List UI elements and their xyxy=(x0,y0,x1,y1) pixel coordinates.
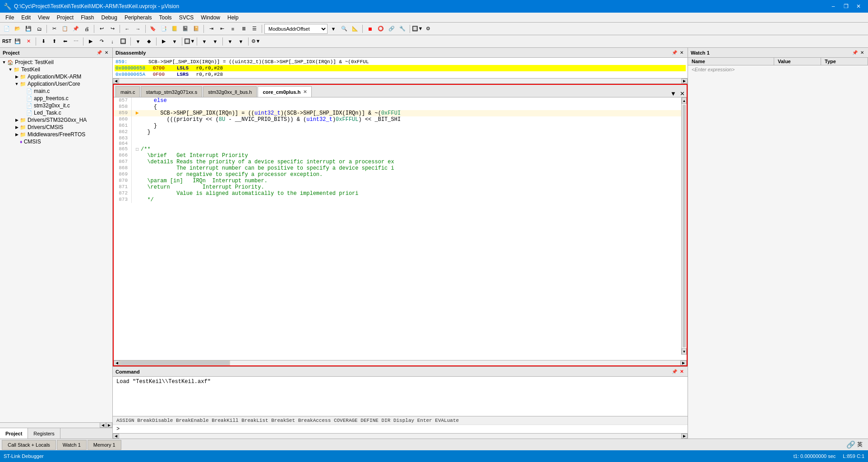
tb2-b9[interactable]: ◆ xyxy=(144,37,154,46)
tree-main-c[interactable]: 📄 main.c xyxy=(1,88,111,95)
tab-core[interactable]: core_cm0plus.h ✕ xyxy=(258,86,312,97)
tb-dd-btn1[interactable]: ▼ xyxy=(328,24,338,34)
dis-pin[interactable]: 📌 xyxy=(671,50,678,56)
tree-app-freertos[interactable]: 📄 app_freertos.c xyxy=(1,95,111,102)
tb-open[interactable]: 📂 xyxy=(13,24,23,34)
bottom-tab-memory1[interactable]: Memory 1 xyxy=(88,440,121,450)
tb2-bb[interactable]: ▼ xyxy=(170,37,180,46)
watch-close[interactable]: ✕ xyxy=(859,50,865,56)
code-vscroll[interactable]: ▲ ▼ xyxy=(681,97,687,355)
menu-debug[interactable]: Debug xyxy=(98,14,121,22)
function-dropdown[interactable]: ModbusAddrOffset xyxy=(264,24,328,34)
tb-dd-btn3[interactable]: 📐 xyxy=(350,24,360,34)
tree-testkeil[interactable]: ▼ 📁 TestKeil xyxy=(1,66,111,73)
tb-indent2[interactable]: ⇤ xyxy=(217,24,227,34)
maximize-button[interactable]: ❐ xyxy=(840,1,852,11)
project-hscroll[interactable]: ◀ ▶ xyxy=(0,422,112,428)
cmd-pin[interactable]: 📌 xyxy=(671,369,678,375)
tb-settings[interactable]: ⚙ xyxy=(423,24,433,34)
menu-window[interactable]: Window xyxy=(197,14,224,22)
tb-nav-back[interactable]: ← xyxy=(122,24,132,34)
hscroll-left[interactable]: ◀ xyxy=(100,422,106,428)
tb-cut[interactable]: ✂ xyxy=(49,24,59,34)
tree-middlewares[interactable]: ▶ 📁 Middlewares/FreeRTOS xyxy=(1,131,111,138)
tree-cmsis-gem[interactable]: ♦ CMSIS xyxy=(1,138,111,145)
tb2-rst[interactable]: RST xyxy=(2,37,12,46)
menu-project[interactable]: Project xyxy=(53,14,77,22)
code-editor[interactable]: 857 else 858 { 859 ► xyxy=(114,97,687,360)
tb-indent3[interactable]: ≡ xyxy=(228,24,238,34)
vscroll-thumb[interactable] xyxy=(683,105,686,347)
code-hscroll-right[interactable]: ▶ xyxy=(680,360,687,365)
vscroll-down[interactable]: ▼ xyxy=(682,348,687,355)
tb-stop-red[interactable]: ⏹ xyxy=(365,24,375,34)
code-hscroll-left[interactable]: ◀ xyxy=(114,360,120,365)
tb-copy[interactable]: 📋 xyxy=(60,24,70,34)
tb2-be[interactable]: ▼ xyxy=(210,37,220,46)
tb-save[interactable]: 💾 xyxy=(23,24,33,34)
menu-peripherals[interactable]: Peripherals xyxy=(121,14,156,22)
tb2-bg[interactable]: ▼ xyxy=(236,37,246,46)
tb-bookmark3[interactable]: 📒 xyxy=(170,24,180,34)
menu-edit[interactable]: Edit xyxy=(18,14,34,22)
tab-bus[interactable]: stm32g0xx_ll_bus.h xyxy=(203,86,257,97)
tb-stop3[interactable]: 🔗 xyxy=(387,24,397,34)
tb2-b8[interactable]: ▼ xyxy=(133,37,143,46)
cmd-close[interactable]: ✕ xyxy=(679,369,685,375)
tab-startup[interactable]: startup_stm32g071xx.s xyxy=(141,86,202,97)
tb-paste[interactable]: 📌 xyxy=(71,24,81,34)
cmd-hscroll-left[interactable]: ◀ xyxy=(113,434,119,439)
tb-undo[interactable]: ↩ xyxy=(97,24,106,34)
tb2-b1[interactable]: 💾 xyxy=(13,37,23,46)
tb2-b3[interactable]: ⬇ xyxy=(38,37,48,46)
fold-865[interactable]: □ xyxy=(136,147,139,152)
dis-scroll-right[interactable]: ▶ xyxy=(681,79,688,83)
menu-view[interactable]: View xyxy=(34,14,53,22)
tb2-run[interactable]: ▶ xyxy=(86,37,96,46)
tb2-bh[interactable]: ⚙▼ xyxy=(251,37,261,46)
tb-new[interactable]: 📄 xyxy=(2,24,12,34)
close-button[interactable]: ✕ xyxy=(853,1,864,11)
tree-drivers-cmsis[interactable]: ▶ 📁 Drivers/CMSIS xyxy=(1,124,111,131)
tb-indent4[interactable]: ≣ xyxy=(239,24,249,34)
menu-tools[interactable]: Tools xyxy=(156,14,175,22)
tree-project-root[interactable]: ▼ 🏠 Project: TestKeil xyxy=(1,59,111,66)
tb-stop2[interactable]: ⭕ xyxy=(376,24,386,34)
tabs-close-all[interactable]: ✕ xyxy=(678,90,687,97)
tb-save-all[interactable]: 🗂 xyxy=(34,24,44,34)
watch-pin[interactable]: 📌 xyxy=(852,50,858,56)
tb2-b6[interactable]: ⋯ xyxy=(71,37,81,46)
hscroll-right[interactable]: ▶ xyxy=(106,422,112,428)
tree-led-task[interactable]: 📄 Led_Task.c xyxy=(1,109,111,116)
bottom-tab-watch1[interactable]: Watch 1 xyxy=(57,440,87,450)
menu-svcs[interactable]: SVCS xyxy=(175,14,198,22)
tb-dd-btn2[interactable]: 🔍 xyxy=(339,24,349,34)
tab-main-c[interactable]: main.c xyxy=(115,86,140,97)
tb2-bc[interactable]: 🔲▼ xyxy=(185,37,194,46)
cmd-hscroll-right[interactable]: ▶ xyxy=(681,434,688,439)
tb-bookmark1[interactable]: 🔖 xyxy=(148,24,158,34)
tb-nav-fwd[interactable]: → xyxy=(133,24,143,34)
tb2-bf[interactable]: ▼ xyxy=(225,37,235,46)
watch-expression-input[interactable] xyxy=(692,67,864,72)
tb2-bd[interactable]: ▼ xyxy=(199,37,209,46)
tree-user-core[interactable]: ▼ 📁 Application/User/Core xyxy=(1,80,111,88)
menu-flash[interactable]: Flash xyxy=(77,14,97,22)
tb-print[interactable]: 🖨 xyxy=(82,24,92,34)
dis-close[interactable]: ✕ xyxy=(679,50,685,56)
tab-registers[interactable]: Registers xyxy=(28,428,60,439)
tb-redo[interactable]: ↪ xyxy=(107,24,117,34)
tb2-b5[interactable]: ⬅ xyxy=(60,37,70,46)
dis-scroll-left[interactable]: ◀ xyxy=(113,79,119,83)
menu-help[interactable]: Help xyxy=(224,14,242,22)
code-hscroll-thumb[interactable] xyxy=(121,361,229,365)
command-input[interactable] xyxy=(121,426,684,432)
tb2-step-into[interactable]: ↓ xyxy=(107,37,117,46)
tb-bookmark5[interactable]: 📔 xyxy=(191,24,201,34)
tree-mdk-arm[interactable]: ▶ 📁 Application/MDK-ARM xyxy=(1,73,111,80)
vscroll-up[interactable]: ▲ xyxy=(682,97,687,104)
tb-indent1[interactable]: ⇥ xyxy=(206,24,216,34)
tb2-b2[interactable]: ✕ xyxy=(23,37,33,46)
project-pin[interactable]: 📌 xyxy=(96,50,102,56)
tb-indent5[interactable]: ☰ xyxy=(249,24,259,34)
